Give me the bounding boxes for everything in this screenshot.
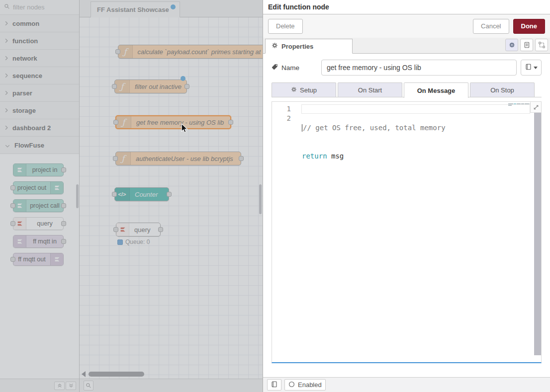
line-number: 2 — [272, 114, 291, 123]
code-line-2: return msg — [302, 152, 521, 161]
tray-footer: Enabled — [263, 377, 550, 392]
code-lines[interactable]: // get OS free, used, total memory retur… — [302, 104, 521, 180]
properties-gear-button[interactable] — [505, 39, 518, 51]
done-button[interactable]: Done — [513, 19, 546, 34]
tab-on-stop[interactable]: On Stop — [470, 82, 535, 97]
code-editor[interactable]: 1 2 // get OS free, used, total memory r… — [272, 101, 542, 363]
book-icon — [271, 381, 277, 389]
function-editor-tabs: Setup On Start On Message On Stop — [272, 82, 542, 97]
name-label-text: Name — [281, 64, 299, 72]
cancel-button[interactable]: Cancel — [473, 19, 509, 34]
text-cursor — [302, 124, 302, 132]
expand-editor-button[interactable] — [530, 102, 541, 113]
tray-tab-icons — [505, 39, 548, 51]
enabled-label: Enabled — [298, 381, 322, 389]
tab-setup[interactable]: Setup — [272, 82, 336, 97]
edit-tray: Edit function node Delete Cancel Done Pr… — [263, 0, 550, 392]
tab-label: On Message — [417, 87, 456, 94]
workspace: common function network sequence parser … — [0, 0, 263, 392]
caret-down-icon — [534, 67, 538, 69]
editor-shade-overlay — [0, 0, 263, 392]
name-label: Name — [272, 64, 317, 72]
gear-icon — [272, 42, 278, 50]
tab-properties[interactable]: Properties — [265, 39, 353, 54]
line-number-gutter: 1 2 — [272, 104, 301, 123]
editor-minimap — [508, 103, 532, 106]
book-icon — [525, 64, 532, 72]
code-line-1: // get OS free, used, total memory — [302, 123, 521, 133]
tab-on-message[interactable]: On Message — [404, 82, 468, 98]
enabled-toggle-button[interactable]: Enabled — [284, 379, 326, 391]
tab-properties-label: Properties — [281, 43, 313, 50]
delete-button[interactable]: Delete — [268, 19, 303, 34]
line-number: 1 — [272, 104, 291, 114]
appearance-group-button[interactable] — [535, 39, 548, 51]
tab-on-start[interactable]: On Start — [338, 82, 402, 97]
tab-label: Setup — [300, 86, 317, 94]
library-dropdown-button[interactable] — [521, 60, 542, 76]
node-help-book-button[interactable] — [267, 379, 281, 391]
mouse-cursor — [181, 123, 188, 135]
tab-label: On Start — [358, 86, 382, 94]
tray-toolbar: Delete Cancel Done — [263, 14, 550, 38]
editor-tab-row: Properties — [263, 38, 550, 54]
name-row: Name — [272, 59, 542, 77]
gear-icon — [291, 86, 297, 94]
tray-content: Name Setup On Start On Message — [263, 54, 550, 363]
description-doc-button[interactable] — [520, 39, 533, 51]
name-input[interactable] — [321, 60, 517, 76]
tray-title: Edit function node — [263, 0, 550, 14]
circle-outline-icon — [288, 381, 295, 389]
tag-icon — [272, 64, 278, 72]
editor-scrollbar[interactable] — [534, 113, 541, 355]
tab-label: On Stop — [490, 86, 514, 94]
